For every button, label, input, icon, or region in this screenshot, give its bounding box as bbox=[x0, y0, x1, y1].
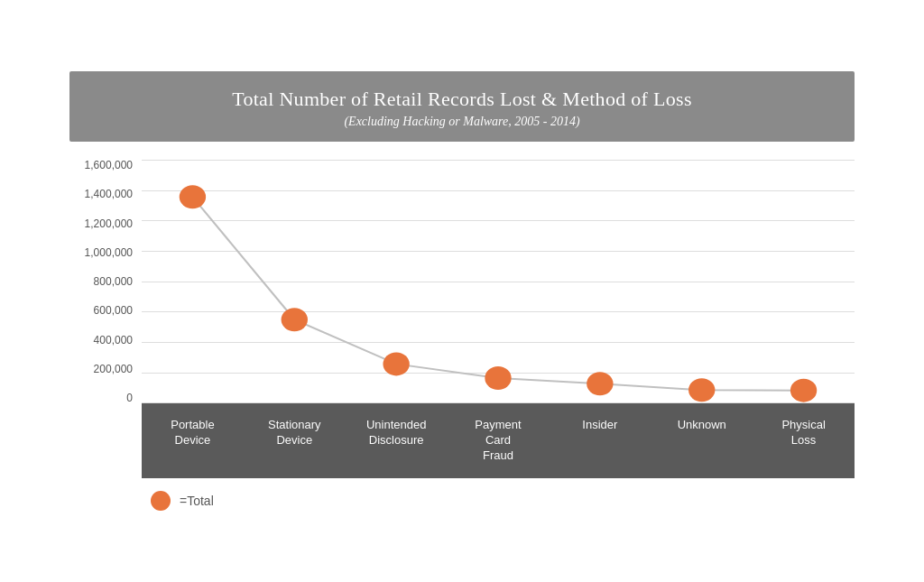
legend-area: =Total bbox=[69, 478, 855, 511]
data-dot bbox=[485, 366, 511, 390]
chart-area: 1,600,0001,400,0001,200,0001,000,000800,… bbox=[69, 142, 855, 403]
x-label-item: PhysicalLoss bbox=[753, 403, 855, 478]
chart-container: Total Number of Retail Records Lost & Me… bbox=[69, 62, 855, 520]
data-dot bbox=[587, 372, 613, 395]
y-axis-label: 400,000 bbox=[94, 335, 133, 346]
x-label-item: Unknown bbox=[651, 403, 753, 478]
x-label-item: StationaryDevice bbox=[244, 403, 346, 478]
data-dot bbox=[180, 185, 206, 208]
x-label-item: Insider bbox=[549, 403, 651, 478]
chart-line bbox=[192, 197, 803, 390]
data-dot bbox=[383, 353, 409, 376]
chart-subtitle: (Excluding Hacking or Malware, 2005 - 20… bbox=[88, 115, 836, 129]
legend-text: =Total bbox=[180, 494, 214, 508]
y-axis-label: 200,000 bbox=[94, 364, 133, 374]
y-axis-label: 800,000 bbox=[94, 276, 133, 287]
line-chart bbox=[142, 160, 855, 403]
x-label-item: PaymentCardFraud bbox=[448, 403, 550, 478]
data-dot bbox=[790, 379, 817, 402]
y-axis: 1,600,0001,400,0001,200,0001,000,000800,… bbox=[69, 160, 142, 403]
x-label-item: PortableDevice bbox=[142, 403, 244, 478]
y-axis-label: 1,400,000 bbox=[85, 189, 133, 199]
y-axis-label: 600,000 bbox=[94, 305, 133, 316]
x-labels-box: PortableDeviceStationaryDeviceUnintended… bbox=[142, 403, 855, 478]
plot-area bbox=[142, 160, 855, 403]
x-label-item: UnintendedDisclosure bbox=[346, 403, 448, 478]
y-axis-label: 1,200,000 bbox=[85, 218, 133, 229]
chart-title: Total Number of Retail Records Lost & Me… bbox=[88, 88, 836, 111]
y-axis-label: 1,600,000 bbox=[85, 160, 133, 171]
data-dot bbox=[282, 308, 308, 331]
data-dot bbox=[688, 378, 715, 402]
chart-title-box: Total Number of Retail Records Lost & Me… bbox=[69, 71, 855, 142]
y-axis-label: 1,000,000 bbox=[85, 247, 133, 258]
legend-dot bbox=[151, 491, 171, 511]
y-axis-label: 0 bbox=[126, 393, 133, 403]
